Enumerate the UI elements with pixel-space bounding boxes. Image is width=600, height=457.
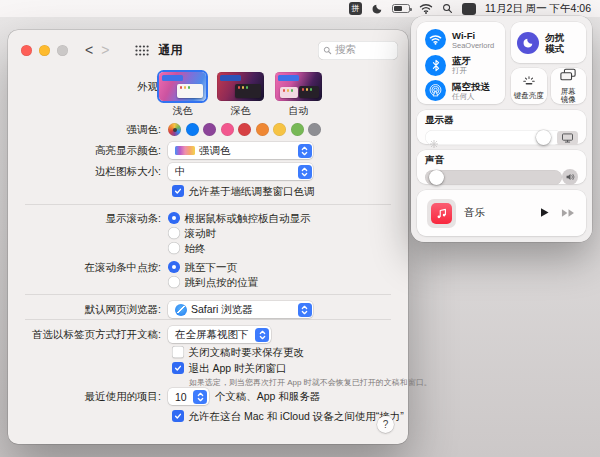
accent-swatch-multicolor[interactable] bbox=[168, 123, 181, 136]
appearance-option-light[interactable]: 浅色 bbox=[159, 72, 206, 118]
close-window-button[interactable] bbox=[21, 45, 32, 56]
appearance-option-auto[interactable]: 自动 bbox=[275, 72, 322, 118]
highlight-color-select[interactable]: 强调色 bbox=[168, 142, 313, 159]
display-slider-thumb[interactable] bbox=[536, 130, 551, 145]
do-not-disturb-tile[interactable]: 勿扰模式 bbox=[511, 22, 586, 63]
radio-selected[interactable] bbox=[168, 261, 180, 273]
sidebar-size-label: 边栏图标大小: bbox=[8, 163, 168, 180]
search-placeholder: 搜索 bbox=[335, 43, 356, 57]
fast-forward-button[interactable] bbox=[561, 204, 576, 222]
stepper-icon bbox=[298, 165, 312, 179]
wifi-menu-icon[interactable] bbox=[419, 3, 433, 14]
bluetooth-control[interactable]: 蓝牙 打开 bbox=[425, 55, 505, 76]
spotlight-search-icon[interactable] bbox=[442, 3, 453, 14]
ask-save-checkbox[interactable] bbox=[172, 346, 184, 358]
keyboard-brightness-tile[interactable]: 键盘亮度 bbox=[511, 68, 547, 104]
screen-mirroring-tile[interactable]: 屏幕镜像 bbox=[551, 68, 587, 104]
airdrop-status: 任何人 bbox=[452, 92, 490, 101]
sound-volume-slider[interactable] bbox=[425, 170, 562, 185]
radio[interactable] bbox=[168, 242, 180, 254]
play-button[interactable] bbox=[539, 204, 550, 222]
keyboard-brightness-icon bbox=[522, 72, 536, 90]
scrollbar-click-next-page[interactable]: 跳至下一页 bbox=[168, 260, 258, 274]
close-windows-checkbox[interactable] bbox=[172, 362, 184, 374]
control-center-icon[interactable] bbox=[462, 3, 476, 15]
appearance-label: 外观: bbox=[8, 72, 168, 101]
close-windows-checkbox-row[interactable]: 退出 App 时关闭窗口 bbox=[172, 361, 432, 375]
window-controls bbox=[21, 45, 68, 56]
zoom-window-button[interactable] bbox=[57, 45, 68, 56]
handoff-checkbox-row[interactable]: 允许在这台 Mac 和 iCloud 设备之间使用“接力” bbox=[172, 409, 404, 423]
title-bar[interactable]: < > 通用 搜索 bbox=[8, 30, 408, 70]
radio-selected[interactable] bbox=[168, 212, 180, 224]
do-not-disturb-menu-icon[interactable] bbox=[371, 3, 383, 15]
radio[interactable] bbox=[168, 227, 180, 239]
default-browser-label: 默认网页浏览器: bbox=[8, 301, 168, 318]
airdrop-icon[interactable] bbox=[425, 80, 446, 101]
accent-swatch-pink[interactable] bbox=[221, 123, 234, 136]
accent-swatch-graphite[interactable] bbox=[308, 123, 321, 136]
accent-color-swatches bbox=[168, 123, 321, 136]
accent-swatch-purple[interactable] bbox=[203, 123, 216, 136]
radio-label: 根据鼠标或触控板自动显示 bbox=[185, 211, 311, 225]
accent-swatch-green[interactable] bbox=[291, 123, 304, 136]
scrollbar-option-always[interactable]: 始终 bbox=[168, 241, 311, 255]
bluetooth-icon[interactable] bbox=[425, 55, 446, 76]
do-not-disturb-label: 勿扰模式 bbox=[545, 32, 567, 54]
minimize-window-button[interactable] bbox=[39, 45, 50, 56]
forward-button[interactable]: > bbox=[97, 43, 113, 57]
search-input[interactable]: 搜索 bbox=[318, 41, 398, 60]
recent-items-suffix: 个文稿、App 和服务器 bbox=[215, 388, 321, 405]
wallpaper-tint-checkbox-row[interactable]: 允许基于墙纸调整窗口色调 bbox=[172, 184, 315, 198]
check-icon bbox=[174, 364, 182, 372]
control-center-panel: Wi-Fi SeaOverlord 蓝牙 打开 bbox=[411, 16, 592, 242]
recent-items-count-select[interactable]: 10 bbox=[168, 388, 209, 405]
accent-swatch-blue[interactable] bbox=[186, 123, 199, 136]
accent-swatch-orange[interactable] bbox=[256, 123, 269, 136]
prefer-tabs-select[interactable]: 在全屏幕视图下 bbox=[168, 326, 271, 343]
appearance-option-dark[interactable]: 深色 bbox=[217, 72, 264, 118]
ask-save-label: 关闭文稿时要求保存更改 bbox=[189, 345, 305, 359]
back-button[interactable]: < bbox=[81, 43, 97, 57]
sidebar-size-select[interactable]: 中 bbox=[168, 163, 313, 180]
show-all-preferences-icon[interactable] bbox=[135, 45, 149, 56]
highlight-color-label: 高亮显示颜色: bbox=[8, 142, 168, 159]
scrollbar-option-when-scrolling[interactable]: 滚动时 bbox=[168, 226, 311, 240]
recent-items-row: 最近使用的项目: 10 个文稿、App 和服务器 bbox=[8, 388, 408, 405]
close-windows-note: 如果选定，则当您再次打开 App 时就不会恢复已打开的文稿和窗口。 bbox=[172, 377, 432, 388]
scrollbar-click-jump-spot[interactable]: 跳到点按的位置 bbox=[168, 275, 258, 289]
stepper-icon bbox=[298, 303, 312, 317]
wifi-control[interactable]: Wi-Fi SeaOverlord bbox=[425, 29, 505, 50]
menu-bar-clock[interactable]: 11月2日 周一 下午4:06 bbox=[485, 2, 591, 16]
handoff-checkbox[interactable] bbox=[172, 410, 184, 422]
menu-bar: 拼 11月2日 周一 下午4:06 bbox=[0, 0, 600, 17]
sidebar-size-value: 中 bbox=[175, 165, 186, 179]
scrollbar-option-auto[interactable]: 根据鼠标或触控板自动显示 bbox=[168, 211, 311, 225]
radio-label: 滚动时 bbox=[185, 226, 217, 240]
wallpaper-tint-checkbox[interactable] bbox=[172, 185, 184, 197]
display-brightness-slider[interactable] bbox=[425, 130, 562, 145]
check-icon bbox=[174, 412, 182, 420]
sound-output-button[interactable] bbox=[562, 169, 578, 185]
help-button[interactable]: ? bbox=[377, 416, 394, 433]
radio[interactable] bbox=[168, 276, 180, 288]
ask-save-checkbox-row[interactable]: 关闭文稿时要求保存更改 bbox=[172, 345, 304, 359]
accent-swatch-yellow[interactable] bbox=[273, 123, 286, 136]
music-app-icon bbox=[431, 203, 452, 224]
radio-label: 跳到点按的位置 bbox=[185, 275, 259, 289]
wifi-icon[interactable] bbox=[425, 29, 446, 50]
appearance-option-label: 深色 bbox=[231, 104, 251, 118]
music-tile: 音乐 bbox=[417, 190, 586, 236]
default-browser-select[interactable]: Safari 浏览器 bbox=[168, 301, 313, 318]
radio-label: 跳至下一页 bbox=[185, 260, 238, 274]
desktop: { "menubar": { "input_badge": "拼", "date… bbox=[0, 0, 600, 457]
sidebar-size-row: 边栏图标大小: 中 bbox=[8, 163, 408, 180]
sound-slider-thumb[interactable] bbox=[429, 170, 444, 185]
wifi-label: Wi-Fi bbox=[452, 30, 494, 41]
airdrop-control[interactable]: 隔空投送 任何人 bbox=[425, 80, 505, 101]
input-method-icon[interactable]: 拼 bbox=[349, 2, 362, 15]
display-preferences-button[interactable] bbox=[557, 131, 578, 145]
close-windows-row: 退出 App 时关闭窗口 如果选定，则当您再次打开 App 时就不会恢复已打开的… bbox=[8, 361, 408, 388]
accent-swatch-red[interactable] bbox=[238, 123, 251, 136]
battery-icon[interactable] bbox=[392, 4, 410, 13]
